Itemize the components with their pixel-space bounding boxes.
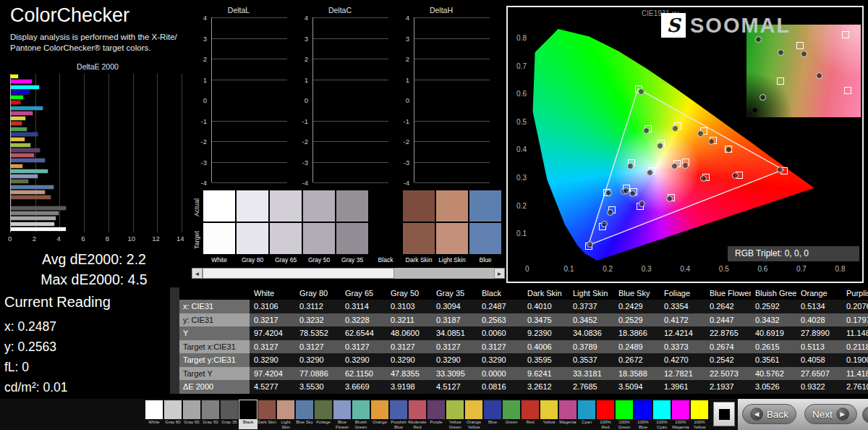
- deltae-bar: [11, 153, 34, 157]
- tile-label: Orange Yellow: [464, 420, 483, 429]
- current-reading-cdm2: cd/m²: 0.01: [4, 377, 111, 397]
- tile-gray-65[interactable]: Gray 65: [182, 400, 201, 429]
- tile-100-magenta[interactable]: 100% Magenta: [671, 400, 690, 429]
- table-header-cell: Foliage: [660, 287, 705, 300]
- table-header-row: WhiteGray 80Gray 65Gray 50Gray 35BlackDa…: [170, 287, 868, 300]
- delta-ytick: 1: [305, 76, 308, 84]
- tile-gray-35[interactable]: Gray 35: [220, 400, 239, 429]
- delta-ytick: -2: [404, 138, 409, 146]
- patch-column: Black: [370, 190, 401, 266]
- current-reading: Current Reading x: 0.2487 y: 0.2563 fL: …: [4, 294, 111, 397]
- delta-zero-line: [313, 98, 388, 102]
- tile-gray-80[interactable]: Gray 80: [163, 400, 182, 429]
- target-swatch: [436, 223, 468, 254]
- table-cell: 62.6544: [341, 326, 386, 340]
- delta-ytick: -3: [201, 159, 207, 166]
- table-cell: 3.6669: [341, 380, 386, 394]
- tile-label: Green: [502, 420, 521, 429]
- tile-white[interactable]: White: [145, 400, 163, 429]
- table-header-cell: Gray 65: [341, 287, 386, 300]
- target-swatch: [336, 223, 368, 254]
- table-cell: 18.3588: [614, 367, 660, 381]
- tile-dark-skin[interactable]: Dark Skin: [258, 400, 276, 429]
- table-cell: 12.4214: [660, 326, 705, 340]
- tile-100-green[interactable]: 100% Green: [615, 400, 634, 429]
- tile-cyan[interactable]: Cyan: [577, 400, 596, 429]
- bottom-toolbar: WhiteGray 80Gray 65Gray 50Gray 35BlackDa…: [0, 399, 868, 430]
- tile-orange[interactable]: Orange: [370, 400, 389, 429]
- tile-black[interactable]: Black: [239, 400, 258, 429]
- tile-purple[interactable]: Purple: [427, 400, 446, 429]
- deltae-bar: [11, 111, 33, 115]
- tile-blue-flower[interactable]: Blue Flower: [333, 400, 352, 429]
- patch-comparison-strip: Actual Target WhiteGray 80Gray 65Gray 50…: [192, 190, 505, 279]
- deltae-bar: [11, 211, 59, 215]
- tile-red[interactable]: Red: [521, 400, 540, 429]
- table-cell: 77.0886: [295, 367, 341, 381]
- soomal-logo-icon: S: [661, 13, 686, 38]
- scrollbar-thumb[interactable]: [203, 268, 394, 279]
- deltae-bar: [11, 138, 25, 141]
- deltae-bar: [11, 169, 48, 173]
- patch-label: Black: [367, 256, 404, 264]
- scroll-left-button[interactable]: ◄: [192, 268, 203, 279]
- tile-100-red[interactable]: 100% Red: [596, 400, 615, 429]
- tile-gray-50[interactable]: Gray 50: [201, 400, 220, 429]
- tile-label: Yellow: [540, 420, 558, 429]
- tile-purplish-blue[interactable]: Purplish Blue: [389, 400, 408, 429]
- tile-100-yellow[interactable]: 100% Yellow: [690, 400, 709, 429]
- next-button[interactable]: Next ▶: [804, 404, 857, 424]
- scroll-right-button[interactable]: ►: [494, 268, 505, 279]
- tile-yellow[interactable]: Yellow: [540, 400, 558, 429]
- table-cell: 22.8765: [705, 326, 751, 340]
- delta-gridline: [212, 162, 287, 163]
- tile-moderate-red[interactable]: Moderate Red: [408, 400, 427, 429]
- tile-label: Blue Flower: [333, 420, 352, 429]
- pattern-window-button[interactable]: [713, 402, 735, 426]
- cie-xtick: 0.3: [642, 265, 652, 273]
- tile-light-skin[interactable]: Light Skin: [276, 400, 295, 429]
- tile-label: Red: [521, 420, 540, 429]
- back-button[interactable]: ◀ Back: [742, 404, 796, 424]
- table-cell: 3.0526: [751, 380, 796, 394]
- delta-ytick: 4: [406, 14, 409, 22]
- tile-yellow-green[interactable]: Yellow Green: [446, 400, 464, 429]
- edge-button[interactable]: [862, 406, 868, 423]
- patch-scrollbar[interactable]: ◄ ►: [192, 268, 505, 279]
- tile-100-cyan[interactable]: 100% Cyan: [652, 400, 671, 429]
- tile-label: Blue: [483, 420, 502, 429]
- table-cell: 0.3475: [523, 313, 569, 327]
- actual-swatch: [237, 190, 268, 222]
- tile-label: Gray 35: [220, 420, 239, 429]
- cie-ytick: 0.4: [516, 146, 527, 153]
- tile-100-blue[interactable]: 100% Blue: [634, 400, 652, 429]
- table-row-label: Y: [179, 326, 250, 340]
- tile-foliage[interactable]: Foliage: [314, 400, 333, 429]
- deltae-bar: [11, 164, 22, 168]
- actual-swatch: [336, 190, 368, 222]
- table-cell: 0.3737: [569, 300, 614, 313]
- tile-label: Black: [239, 420, 258, 429]
- tile-blue-sky[interactable]: Blue Sky: [295, 400, 314, 429]
- tile-orange-yellow[interactable]: Orange Yellow: [464, 400, 483, 429]
- cie-measured-marker: [657, 143, 663, 149]
- table-cell: 0.3094: [432, 300, 477, 313]
- deltae-summary: Avg dE2000: 2.2 Max dE2000: 4.5: [0, 249, 188, 290]
- deltae-plot: [10, 74, 182, 232]
- tile-label: 100% Red: [596, 420, 615, 429]
- cie-yticks: 0.10.20.30.40.50.60.70.8: [511, 16, 527, 262]
- tile-green[interactable]: Green: [502, 400, 521, 429]
- delta-ytick: 1: [203, 76, 207, 84]
- actual-swatch: [203, 190, 235, 222]
- deltae-bar: [11, 117, 25, 120]
- tile-bluish-green[interactable]: Bluish Green: [352, 400, 370, 429]
- actual-swatch: [370, 190, 401, 222]
- table-gutter: [170, 380, 179, 394]
- table-cell: 0.3290: [386, 353, 432, 367]
- deltae-bar: [11, 216, 56, 220]
- table-header-cell: Gray 50: [386, 287, 432, 300]
- tile-label: Moderate Red: [408, 420, 427, 429]
- tile-magenta[interactable]: Magenta: [558, 400, 577, 429]
- tile-blue[interactable]: Blue: [483, 400, 502, 429]
- deltae-axis-tick: 8: [106, 235, 109, 243]
